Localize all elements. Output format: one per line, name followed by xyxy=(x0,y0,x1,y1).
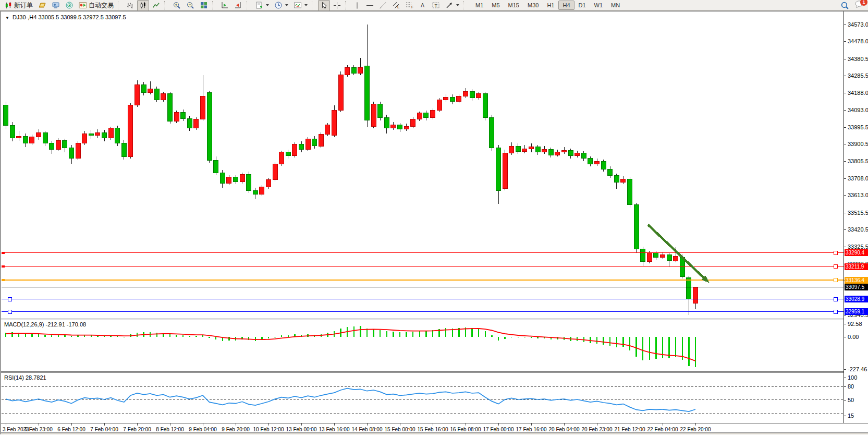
time-tick-label: 16 Feb 08:00 xyxy=(448,427,483,432)
current-price-label: 33097.5 xyxy=(845,284,868,290)
candle-body xyxy=(95,132,100,135)
candle-body xyxy=(555,152,560,155)
timeframe-M1[interactable]: M1 xyxy=(471,1,487,10)
candle-body xyxy=(654,253,658,258)
signals-button[interactable] xyxy=(63,0,76,11)
timeframe-W1[interactable]: W1 xyxy=(590,1,607,10)
timeframe-M15[interactable]: M15 xyxy=(504,1,523,10)
collapse-arrow-icon[interactable]: ▼ xyxy=(5,16,9,20)
new-order-button[interactable]: 新订单 xyxy=(3,0,35,11)
mt4-window: 新订单 自动交易 xyxy=(0,0,868,437)
candle-body xyxy=(621,179,626,183)
timeframe-MN[interactable]: MN xyxy=(607,1,624,10)
macd-bar xyxy=(590,337,591,343)
macd-bar xyxy=(71,336,72,337)
zoom-in-button[interactable] xyxy=(170,0,183,11)
dropdown-arrow-icon xyxy=(456,4,459,6)
panel-separator[interactable] xyxy=(1,371,868,372)
bar-chart-icon xyxy=(126,2,134,9)
macd-bar xyxy=(169,334,170,337)
timeframe-M5[interactable]: M5 xyxy=(487,1,504,10)
terminal-button[interactable] xyxy=(50,0,62,11)
candle-body xyxy=(102,132,107,138)
macd-bar xyxy=(425,331,426,337)
macd-bar xyxy=(386,331,387,337)
time-tick-label: 21 Feb 12:00 xyxy=(612,427,647,432)
macd-bar xyxy=(695,337,696,367)
arrows-button[interactable] xyxy=(443,0,461,11)
rsi-label: RSI(14) 28.7821 xyxy=(4,374,46,381)
line-price-label: 33028.9 xyxy=(845,296,868,302)
channel-button[interactable]: E xyxy=(390,0,402,11)
candle-body xyxy=(154,89,159,100)
timeframe-D1[interactable]: D1 xyxy=(574,1,590,10)
candle-body xyxy=(522,149,527,151)
macd-bar xyxy=(393,332,394,337)
timeframe-H4[interactable]: H4 xyxy=(558,1,574,10)
trendline-button[interactable] xyxy=(377,0,389,11)
panel-separator[interactable] xyxy=(1,319,868,319)
candle-body xyxy=(253,190,258,194)
toolbar-right-group: 1 xyxy=(840,0,864,10)
gold-ingot-button[interactable] xyxy=(36,0,48,11)
line-handle xyxy=(834,310,837,313)
time-tick xyxy=(301,423,302,426)
candle-body xyxy=(10,126,15,138)
text-button[interactable]: A xyxy=(417,0,429,11)
vertical-line-button[interactable] xyxy=(351,0,363,11)
time-tick-label: 5 Feb 23:00 xyxy=(21,427,56,432)
candle-body xyxy=(365,66,370,120)
candle-body xyxy=(496,148,501,190)
svg-text:E: E xyxy=(397,5,400,9)
candle-body xyxy=(529,147,534,149)
text-label-button[interactable]: T xyxy=(430,0,442,11)
time-tick xyxy=(695,423,696,426)
timeframe-M30[interactable]: M30 xyxy=(523,1,543,10)
periods-button[interactable] xyxy=(272,0,290,11)
chart-shift-button[interactable] xyxy=(218,0,231,11)
macd-bar xyxy=(380,330,381,337)
zoom-out-button[interactable] xyxy=(184,0,197,11)
timeframe-H1[interactable]: H1 xyxy=(543,1,558,10)
line-chart-button[interactable] xyxy=(150,0,162,11)
bar-chart-button[interactable] xyxy=(124,0,136,11)
toolbar-separator xyxy=(247,1,251,9)
candle-body xyxy=(115,128,120,143)
candle-body xyxy=(299,144,304,150)
toolbar-separator xyxy=(312,1,316,9)
price-tick-label: 34188.0 xyxy=(848,90,868,96)
chart-window[interactable]: ▼DJ30-,H4 33005.5 33099.5 32972.5 33097.… xyxy=(0,11,868,434)
fibonacci-button[interactable]: F xyxy=(404,0,416,11)
horizontal-lines[interactable] xyxy=(2,251,843,313)
auto-scroll-button[interactable] xyxy=(232,0,244,11)
time-tick-label: 13 Feb 16:00 xyxy=(316,427,352,432)
macd-panel[interactable] xyxy=(2,320,843,371)
price-chart-panel[interactable] xyxy=(2,12,843,319)
crosshair-button[interactable] xyxy=(331,0,343,11)
line-price-label: 32959.1 xyxy=(845,308,868,315)
price-axis[interactable]: 34573.034478.034380.534285.534188.034093… xyxy=(843,11,868,423)
line-price-label: 33211.9 xyxy=(845,263,868,270)
time-tick-label: 8 Feb 12:00 xyxy=(152,427,188,432)
candle-body xyxy=(76,143,80,159)
horizontal-line-button[interactable] xyxy=(364,0,376,11)
candles xyxy=(4,25,698,315)
line-handle xyxy=(834,251,837,254)
chat-button[interactable]: 1 xyxy=(854,0,864,10)
macd-bar xyxy=(616,337,617,347)
search-icon[interactable] xyxy=(840,1,849,10)
templates-button[interactable] xyxy=(291,0,310,11)
candle-body xyxy=(667,254,671,261)
price-tick xyxy=(844,229,846,230)
candle-body xyxy=(562,151,567,152)
candle-body xyxy=(82,133,87,143)
auto-trading-button[interactable]: 自动交易 xyxy=(77,0,116,11)
candlestick-chart-button[interactable] xyxy=(137,0,149,11)
time-tick-label: 20 Feb 04:00 xyxy=(546,427,582,432)
tile-windows-button[interactable] xyxy=(198,0,210,11)
rsi-panel[interactable] xyxy=(2,373,843,423)
cursor-button[interactable] xyxy=(318,0,330,11)
new-chart-button[interactable] xyxy=(253,0,271,11)
macd-tick xyxy=(844,337,846,337)
price-tick xyxy=(844,76,846,76)
